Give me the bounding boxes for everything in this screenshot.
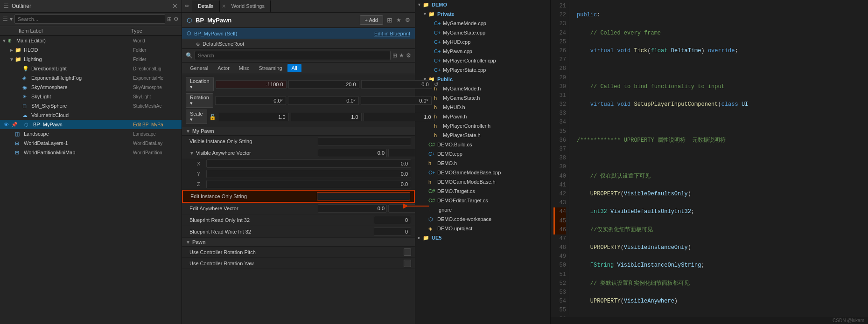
location-dropdown[interactable]: Location ▾: [186, 77, 214, 91]
rotation-y-input[interactable]: [288, 97, 359, 105]
file-item-private[interactable]: ▼ 📁 Private: [415, 9, 550, 19]
outliner-search-input[interactable]: [14, 14, 165, 24]
tree-item-exp-fog[interactable]: ◈ ExponentialHeightFog ExponentialHe: [0, 73, 182, 83]
filter-tab-streaming[interactable]: Streaming: [254, 64, 286, 72]
scale-lock-button[interactable]: 🔓: [209, 114, 216, 120]
scale-dropdown[interactable]: Scale ▾: [186, 110, 207, 124]
file-item-demo-target-cs[interactable]: C# DEMO.Target.cs: [415, 186, 550, 196]
file-item-myhud-cpp[interactable]: C+ MyHUD.cpp: [415, 37, 550, 47]
prop-name-bprw: Blueprint Read Write Int 32: [189, 229, 374, 234]
cpp-icon-mgs: C+: [434, 30, 441, 35]
tree-item-vol-cloud[interactable]: ☁ VolumetricCloud: [0, 110, 182, 120]
section-header-pawn[interactable]: ▼ Pawn: [182, 238, 415, 247]
prop-value-edit-inst-str[interactable]: [317, 192, 410, 200]
file-item-demo-editor-cs[interactable]: C# DEMOEditor.Target.cs: [415, 196, 550, 205]
file-item-ue5[interactable]: ► 📁 UE5: [415, 233, 550, 242]
file-item-myplayerctrl-h[interactable]: h MyPlayerController.h: [415, 121, 550, 131]
file-item-myplayerstate-cpp[interactable]: C+ MyPlayerState.cpp: [415, 65, 550, 75]
eav-x[interactable]: [318, 204, 387, 213]
gear-icon-details[interactable]: ⚙: [406, 52, 411, 59]
add-component-button[interactable]: + Add: [360, 15, 383, 25]
prop-value-bpro[interactable]: [374, 216, 411, 224]
scale-z-input[interactable]: [364, 113, 434, 121]
outliner-settings-icon[interactable]: ☰: [3, 16, 8, 22]
file-item-mypawn-cpp[interactable]: C+ MyPawn.cpp: [415, 47, 550, 56]
tree-item-landscape[interactable]: ◫ Landscape Landscape: [0, 129, 182, 138]
location-reset-button[interactable]: ↺: [434, 81, 439, 88]
vav-x-inline[interactable]: [318, 149, 387, 157]
vav-y-input[interactable]: [206, 170, 411, 178]
rotation-x-input[interactable]: [215, 97, 286, 105]
tree-item-lighting[interactable]: ▼ 📁 Lighting Folder: [0, 55, 182, 64]
eav-y[interactable]: [388, 204, 415, 213]
actor-icon-wp: ⊟: [15, 150, 22, 156]
file-item-mygamemode-cpp[interactable]: C+ MyGameMode.cpp: [415, 19, 550, 28]
filter-tab-misc[interactable]: Misc: [235, 64, 254, 72]
code-line-33: //仅实例化细节面板可见: [575, 226, 862, 234]
file-item-ignore[interactable]: · Ignore: [415, 205, 550, 214]
scale-y-input[interactable]: [291, 113, 362, 121]
tree-item-main-editor[interactable]: ▼ ⊕ Main (Editor) World: [0, 36, 182, 45]
tree-item-sky-atm[interactable]: ◉ SkyAtmosphere SkyAtmosphe: [0, 83, 182, 92]
file-item-mygamestate-h[interactable]: h MyGameState.h: [415, 93, 550, 103]
grid-view-icon[interactable]: ⊞: [392, 52, 397, 59]
view-toggle-icon[interactable]: ⊞: [387, 16, 392, 24]
bookmark-icon[interactable]: ★: [396, 17, 401, 23]
vav-z-input[interactable]: [206, 180, 411, 188]
file-item-mypawn-h[interactable]: h MyPawn.h: [415, 112, 550, 121]
tab-details[interactable]: Details: [192, 0, 220, 12]
component-row-self[interactable]: ⬡ BP_MyPawn (Self) Edit in Blueprint: [182, 28, 415, 39]
file-item-demogamemode-cpp[interactable]: C+ DEMOGameModeBase.cpp: [415, 168, 550, 177]
code-text-area[interactable]: public: // Colled every frame virtual vo…: [569, 2, 868, 315]
prop-checkbox-ctrl-pitch[interactable]: [404, 248, 411, 256]
edit-blueprint-button[interactable]: Edit in Blueprint: [374, 31, 410, 36]
file-item-demo-h[interactable]: h DEMO.h: [415, 159, 550, 168]
file-item-workspace[interactable]: ⬡ DEMO.code-workspace: [415, 214, 550, 224]
tree-item-world-data[interactable]: ⊞ WorldDataLayers-1 WorldDataLay: [0, 138, 182, 148]
rotation-dropdown[interactable]: Rotation ▾: [186, 93, 213, 108]
vav-y-inline[interactable]: [388, 149, 415, 157]
tree-item-sky-light[interactable]: ☀ SkyLight SkyLight: [0, 92, 182, 101]
settings-icon[interactable]: ⚙: [405, 17, 410, 23]
filter-tab-all[interactable]: All: [287, 64, 301, 72]
tree-item-directional-light[interactable]: 💡 DirectionalLight DirectionalLig: [0, 64, 182, 73]
tree-item-type-wd: WorldDataLay: [133, 141, 180, 146]
tree-item-sm-skysphere[interactable]: ◻ SM_SkySphere StaticMeshAc: [0, 101, 182, 110]
filter-tab-general[interactable]: General: [186, 64, 212, 72]
file-item-myplayerstate-h[interactable]: h MyPlayerState.h: [415, 131, 550, 140]
location-x-input[interactable]: [216, 80, 287, 89]
vector-header-vav: ▼ Visible Anywhere Vector: [182, 147, 415, 159]
scene-root-row[interactable]: ⊕ DefaultSceneRoot: [182, 39, 415, 49]
prop-checkbox-ctrl-yaw[interactable]: [404, 260, 411, 267]
outliner-view-icon[interactable]: ⊞: [167, 16, 172, 22]
file-item-myplayerctrl-cpp[interactable]: C+ MyPlayerController.cpp: [415, 56, 550, 65]
tree-item-world-part[interactable]: ⊟ WorldPartitionMiniMap WorldPartition: [0, 148, 182, 157]
star-icon-details[interactable]: ★: [399, 52, 404, 59]
file-item-mygamestate-cpp[interactable]: C+ MyGameState.cpp: [415, 28, 550, 37]
tree-item-type-fog: ExponentialHe: [133, 76, 180, 81]
file-item-uproject[interactable]: ◈ DEMO.uproject: [415, 224, 550, 233]
details-search-bar: 🔍 ⊞ ★ ⚙: [182, 49, 415, 62]
prop-value-bprw[interactable]: [374, 227, 411, 236]
file-item-demogamemode-h[interactable]: h DEMOGameModeBase.h: [415, 177, 550, 186]
location-z-input[interactable]: [361, 80, 432, 89]
prop-value-vis-inst-str[interactable]: [318, 137, 411, 145]
vav-x-input[interactable]: [206, 159, 411, 168]
file-item-demo-build-cs[interactable]: C# DEMO.Build.cs: [415, 140, 550, 149]
tree-item-hlod[interactable]: ► 📁 HLOD Folder: [0, 45, 182, 55]
outliner-gear-icon[interactable]: ⚙: [174, 16, 179, 22]
filter-tab-actor[interactable]: Actor: [213, 64, 234, 72]
file-item-demo[interactable]: ▼ 📁 DEMO: [415, 0, 550, 9]
outliner-dropdown-icon[interactable]: ▾: [10, 16, 13, 22]
tab-details-close[interactable]: ✕: [222, 3, 226, 9]
section-header-mypawn[interactable]: ▼ My Pawn: [182, 127, 415, 136]
file-item-demo-cpp[interactable]: C+ DEMO.cpp: [415, 149, 550, 159]
file-item-myhud-h[interactable]: h MyHUD.h: [415, 103, 550, 112]
rotation-z-input[interactable]: [361, 97, 432, 105]
details-search-input[interactable]: [195, 51, 391, 60]
tree-item-bp-mypawn[interactable]: 👁 📌 ⬡ BP_MyPawn Edit BP_MyPa: [0, 120, 182, 129]
outliner-close-button[interactable]: ✕: [172, 2, 178, 10]
tab-world-settings[interactable]: World Settings: [226, 0, 271, 12]
scale-x-input[interactable]: [218, 113, 289, 121]
location-y-input[interactable]: [288, 80, 359, 89]
